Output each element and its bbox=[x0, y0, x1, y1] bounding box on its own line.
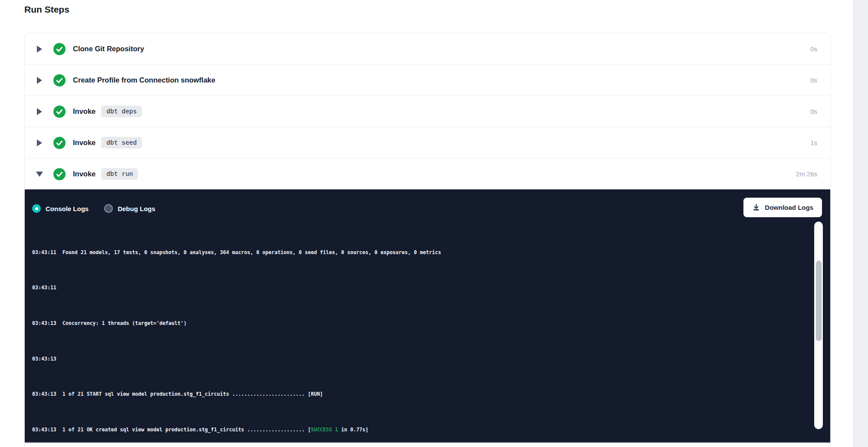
radio-unselected-icon[interactable] bbox=[104, 204, 113, 213]
step-command-chip: dbt run bbox=[101, 168, 138, 180]
download-logs-button[interactable]: Download Logs bbox=[743, 198, 822, 217]
step-row[interactable]: Invoke dbt deps 0s bbox=[25, 96, 830, 127]
step-row[interactable]: Invoke dbt seed 1s bbox=[25, 127, 830, 158]
caret-icon[interactable] bbox=[37, 46, 42, 53]
step-duration: 0s bbox=[810, 45, 817, 53]
log-area: 03:43:11 Found 21 models, 17 tests, 0 sn… bbox=[25, 216, 830, 438]
download-logs-label: Download Logs bbox=[765, 204, 813, 211]
log-text: 03:43:13 Concurrency: 1 threads (target=… bbox=[32, 320, 187, 326]
success-check-icon bbox=[53, 106, 66, 118]
success-check-icon bbox=[53, 137, 66, 149]
caret-icon[interactable] bbox=[36, 172, 43, 177]
page-title: Run Steps bbox=[24, 4, 69, 15]
log-status-rest: in 0.77s] bbox=[338, 427, 368, 433]
step-command-chip: dbt seed bbox=[101, 137, 142, 149]
steps-list: Clone Git Repository 0s Create Profile f… bbox=[25, 33, 830, 189]
log-text: 03:43:11 bbox=[32, 285, 62, 291]
debug-logs-label: Debug Logs bbox=[118, 205, 155, 212]
caret-box bbox=[36, 77, 43, 84]
log-text: 03:43:11 Found 21 models, 17 tests, 0 sn… bbox=[32, 249, 441, 255]
caret-box bbox=[36, 46, 43, 53]
console-scrollbar[interactable] bbox=[814, 222, 823, 429]
step-command-chip: dbt deps bbox=[101, 106, 142, 117]
console-header: Console Logs Debug Logs bbox=[25, 189, 830, 213]
console-logs-radio[interactable]: Console Logs bbox=[32, 204, 89, 213]
log-text: 03:43:13 1 of 21 OK created sql view mod… bbox=[32, 427, 311, 433]
step-row[interactable]: Clone Git Repository 0s bbox=[25, 33, 830, 64]
radio-selected-icon[interactable] bbox=[32, 204, 41, 213]
step-duration: 1s bbox=[810, 139, 817, 146]
console-logs-label: Console Logs bbox=[46, 205, 89, 212]
log-lines: 03:43:11 Found 21 models, 17 tests, 0 sn… bbox=[32, 234, 830, 438]
success-check-icon bbox=[53, 43, 66, 55]
log-line: 03:43:13 1 of 21 START sql view model pr… bbox=[32, 390, 830, 398]
step-duration: 2m 26s bbox=[796, 170, 817, 178]
caret-box bbox=[36, 172, 43, 177]
step-label: Clone Git Repository bbox=[73, 45, 144, 53]
caret-box bbox=[36, 108, 43, 115]
console-panel: Console Logs Debug Logs Download Logs 03… bbox=[25, 189, 830, 443]
log-text: 03:43:13 bbox=[32, 356, 62, 362]
success-check-icon bbox=[53, 74, 66, 86]
log-line: 03:43:13 bbox=[32, 354, 830, 363]
caret-icon[interactable] bbox=[37, 108, 42, 115]
log-status-rest: RUN] bbox=[311, 391, 323, 397]
caret-icon[interactable] bbox=[37, 139, 42, 146]
step-duration: 0s bbox=[810, 76, 817, 84]
log-line: 03:43:11 bbox=[32, 283, 830, 292]
run-steps-card: Clone Git Repository 0s Create Profile f… bbox=[24, 33, 831, 447]
log-line: 03:43:13 Concurrency: 1 threads (target=… bbox=[32, 319, 830, 328]
step-row[interactable]: Invoke dbt run 2m 26s bbox=[25, 158, 830, 189]
step-label: Invoke bbox=[73, 139, 95, 147]
step-row[interactable]: Create Profile from Connection snowflake… bbox=[25, 64, 830, 96]
step-label: Invoke bbox=[73, 107, 95, 116]
download-icon bbox=[752, 203, 760, 212]
success-check-icon bbox=[53, 168, 66, 180]
step-label: Create Profile from Connection snowflake bbox=[73, 76, 215, 84]
right-gutter bbox=[853, 0, 868, 447]
log-line: 03:43:11 Found 21 models, 17 tests, 0 sn… bbox=[32, 248, 830, 257]
caret-box bbox=[36, 139, 43, 146]
step-label: Invoke bbox=[73, 170, 95, 178]
debug-logs-radio[interactable]: Debug Logs bbox=[104, 204, 155, 213]
log-text: 03:43:13 1 of 21 START sql view model pr… bbox=[32, 391, 311, 397]
log-status-success: SUCCESS 1 bbox=[311, 427, 338, 433]
log-line: 03:43:13 1 of 21 OK created sql view mod… bbox=[32, 425, 830, 434]
caret-icon[interactable] bbox=[37, 77, 42, 84]
step-duration: 0s bbox=[810, 108, 817, 115]
console-scrollbar-thumb[interactable] bbox=[816, 261, 822, 341]
